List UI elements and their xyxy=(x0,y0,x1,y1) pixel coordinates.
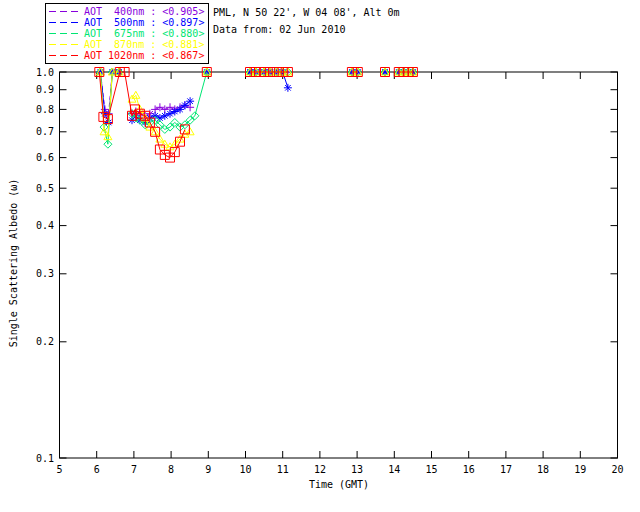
series-aot-675nm xyxy=(96,68,417,148)
x-axis-title: Time (GMT) xyxy=(59,479,619,490)
svg-text:15: 15 xyxy=(425,464,437,475)
svg-text:0.2: 0.2 xyxy=(36,336,54,347)
svg-text:12: 12 xyxy=(314,464,326,475)
svg-text:0.3: 0.3 xyxy=(36,268,54,279)
x-axis: 567891011121314151617181920 xyxy=(56,72,623,475)
svg-text:20: 20 xyxy=(611,464,623,475)
svg-text:11: 11 xyxy=(277,464,289,475)
svg-text:13: 13 xyxy=(351,464,363,475)
svg-text:19: 19 xyxy=(574,464,586,475)
svg-text:0.9: 0.9 xyxy=(36,84,54,95)
svg-text:14: 14 xyxy=(388,464,400,475)
ssa-plot-window: PML, N 50 22', W 04 08', Alt 0m Data fro… xyxy=(0,0,640,512)
svg-text:16: 16 xyxy=(463,464,475,475)
svg-text:17: 17 xyxy=(500,464,512,475)
svg-text:8: 8 xyxy=(168,464,174,475)
svg-text:5: 5 xyxy=(56,464,62,475)
svg-text:0.1: 0.1 xyxy=(36,453,54,464)
plot-frame xyxy=(60,72,618,458)
svg-text:0.5: 0.5 xyxy=(36,183,54,194)
series-aot-1020nm xyxy=(95,68,418,163)
svg-text:9: 9 xyxy=(205,464,211,475)
plot-area: 5678910111213141516171819201.00.90.80.70… xyxy=(0,0,640,512)
y-axis: 1.00.90.80.70.60.50.40.30.20.1 xyxy=(36,67,618,464)
svg-text:0.7: 0.7 xyxy=(36,126,54,137)
svg-text:18: 18 xyxy=(537,464,549,475)
y-axis-title: Single Scattering Albedo (ω) xyxy=(8,179,19,348)
svg-text:0.6: 0.6 xyxy=(36,152,54,163)
svg-text:10: 10 xyxy=(239,464,251,475)
svg-text:0.4: 0.4 xyxy=(36,220,54,231)
svg-text:7: 7 xyxy=(131,464,137,475)
svg-text:1.0: 1.0 xyxy=(36,67,54,78)
svg-text:0.8: 0.8 xyxy=(36,104,54,115)
svg-text:6: 6 xyxy=(94,464,100,475)
